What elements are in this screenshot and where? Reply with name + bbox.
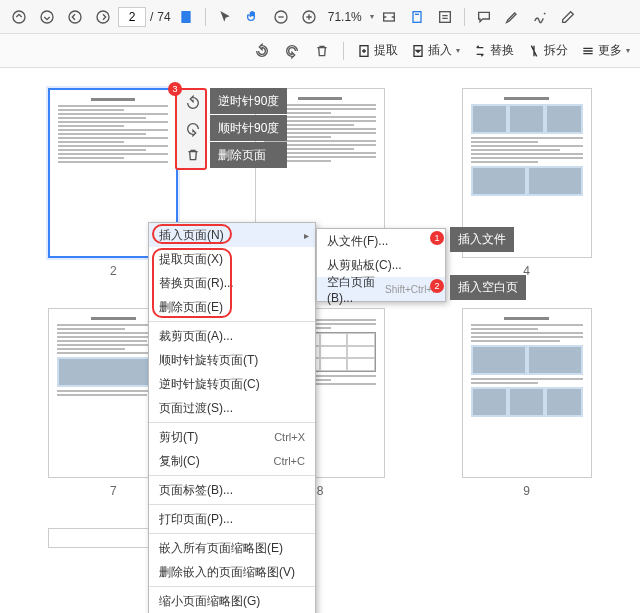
menu-page-label[interactable]: 页面标签(B)... (149, 478, 315, 502)
svg-rect-8 (413, 11, 421, 22)
more-button[interactable]: 更多▾ (576, 38, 634, 64)
quick-label-delete: 删除页面 (210, 142, 287, 168)
thumb-page-9[interactable]: 9 (443, 308, 610, 498)
menu-remove-embed[interactable]: 删除嵌入的页面缩略图(V) (149, 560, 315, 584)
thumbnail-panel: 2 3 4 7 8 9 (0, 68, 640, 613)
replace-button[interactable]: 替换 (468, 38, 518, 64)
context-menu: 插入页面(N) 提取页面(X) 替换页面(R)... 删除页面(E) 裁剪页面(… (148, 222, 316, 613)
prev-page-icon[interactable] (62, 4, 88, 30)
menu-crop-page[interactable]: 裁剪页面(A)... (149, 324, 315, 348)
pointer-icon[interactable] (212, 4, 238, 30)
thumb-label: 2 (110, 264, 117, 278)
menu-delete-page[interactable]: 删除页面(E) (149, 295, 315, 319)
rotate-cw-icon[interactable] (177, 116, 209, 142)
svg-point-1 (41, 11, 53, 23)
quick-label-ccw: 逆时针90度 (210, 88, 287, 114)
sign-icon[interactable] (527, 4, 553, 30)
zoom-out-icon[interactable] (268, 4, 294, 30)
thumb-label: 7 (110, 484, 117, 498)
hand-icon[interactable] (240, 4, 266, 30)
insert-submenu: 从文件(F)... 从剪贴板(C)... 空白页面(B)...Shift+Ctr… (316, 228, 446, 302)
menu-transition[interactable]: 页面过渡(S)... (149, 396, 315, 420)
quick-panel-labels: 逆时针90度 顺时针90度 删除页面 (210, 88, 287, 169)
thumb-label: 8 (317, 484, 324, 498)
rotate-ccw-icon[interactable] (177, 90, 209, 116)
svg-rect-4 (181, 11, 190, 23)
annotation-tag-1: 插入文件 (450, 227, 514, 252)
split-button[interactable]: 拆分 (522, 38, 572, 64)
menu-print-page[interactable]: 打印页面(P)... (149, 507, 315, 531)
collapse-icon[interactable] (34, 4, 60, 30)
zoom-caret-icon[interactable]: ▾ (370, 12, 374, 21)
page-total: 74 (157, 10, 170, 24)
svg-point-2 (69, 11, 81, 23)
svg-point-3 (97, 11, 109, 23)
menu-extract-page[interactable]: 提取页面(X) (149, 247, 315, 271)
thumb-label: 9 (523, 484, 530, 498)
rotate-ccw-icon[interactable] (249, 38, 275, 64)
menu-shrink[interactable]: 缩小页面缩略图(G) (149, 589, 315, 613)
menu-copy[interactable]: 复制(C)Ctrl+C (149, 449, 315, 473)
menu-cut[interactable]: 剪切(T)Ctrl+X (149, 425, 315, 449)
expand-icon[interactable] (6, 4, 32, 30)
annotation-badge-3: 3 (168, 82, 182, 96)
svg-point-0 (13, 11, 25, 23)
insert-button[interactable]: 插入▾ (406, 38, 464, 64)
next-page-icon[interactable] (90, 4, 116, 30)
page-toolbar: 提取 插入▾ 替换 拆分 更多▾ (0, 34, 640, 68)
quick-label-cw: 顺时针90度 (210, 115, 287, 141)
zoom-level[interactable]: 71.1% (324, 10, 366, 24)
menu-replace-page[interactable]: 替换页面(R)... (149, 271, 315, 295)
reflow-icon[interactable] (432, 4, 458, 30)
page-navigator: / 74 (118, 7, 171, 27)
menu-insert-page[interactable]: 插入页面(N) (149, 223, 315, 247)
trash-icon[interactable] (177, 142, 209, 168)
menu-embed-all[interactable]: 嵌入所有页面缩略图(E) (149, 536, 315, 560)
zoom-in-icon[interactable] (296, 4, 322, 30)
fit-width-icon[interactable] (376, 4, 402, 30)
extract-button[interactable]: 提取 (352, 38, 402, 64)
submenu-blank-page[interactable]: 空白页面(B)...Shift+Ctrl+I (317, 277, 445, 301)
menu-rotate-cw[interactable]: 顺时针旋转页面(T) (149, 348, 315, 372)
annotation-tag-2: 插入空白页 (450, 275, 526, 300)
trash-icon[interactable] (309, 38, 335, 64)
rotate-cw-icon[interactable] (279, 38, 305, 64)
page-view-icon[interactable] (173, 4, 199, 30)
svg-rect-9 (439, 11, 450, 22)
submenu-from-file[interactable]: 从文件(F)... (317, 229, 445, 253)
menu-rotate-ccw[interactable]: 逆时针旋转页面(C) (149, 372, 315, 396)
rotate-view-icon[interactable] (404, 4, 430, 30)
comment-icon[interactable] (471, 4, 497, 30)
annotation-badge-1: 1 (430, 231, 444, 245)
annotation-badge-2: 2 (430, 279, 444, 293)
highlight-icon[interactable] (499, 4, 525, 30)
main-toolbar: / 74 71.1%▾ (0, 0, 640, 34)
quick-action-panel (175, 88, 207, 170)
edit-icon[interactable] (555, 4, 581, 30)
page-current-input[interactable] (118, 7, 146, 27)
